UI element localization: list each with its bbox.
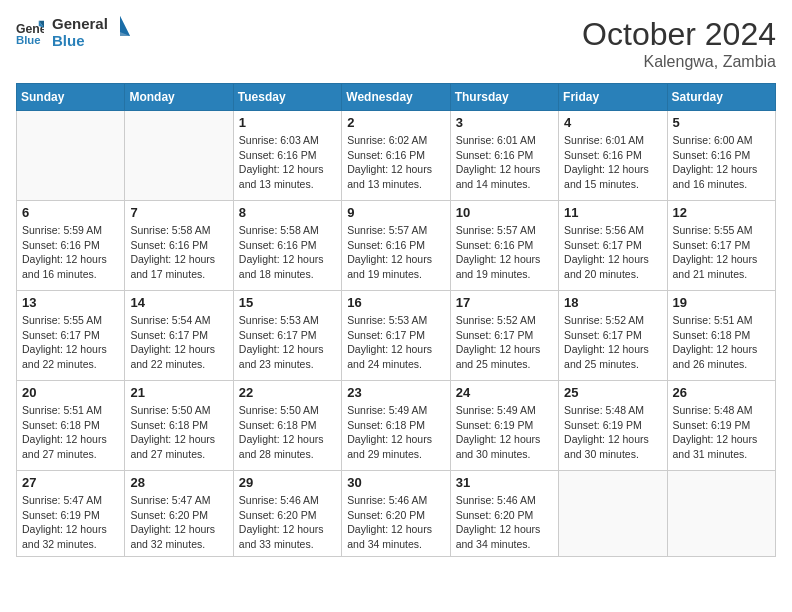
day-cell-2: 2Sunrise: 6:02 AM Sunset: 6:16 PM Daylig… xyxy=(342,111,450,201)
day-cell-14: 14Sunrise: 5:54 AM Sunset: 6:17 PM Dayli… xyxy=(125,291,233,381)
day-info: Sunrise: 5:57 AM Sunset: 6:16 PM Dayligh… xyxy=(347,223,444,282)
day-cell-8: 8Sunrise: 5:58 AM Sunset: 6:16 PM Daylig… xyxy=(233,201,341,291)
day-number: 20 xyxy=(22,385,119,400)
weekday-header-sunday: Sunday xyxy=(17,84,125,111)
week-row-4: 20Sunrise: 5:51 AM Sunset: 6:18 PM Dayli… xyxy=(17,381,776,471)
day-info: Sunrise: 5:55 AM Sunset: 6:17 PM Dayligh… xyxy=(22,313,119,372)
day-number: 16 xyxy=(347,295,444,310)
day-number: 14 xyxy=(130,295,227,310)
day-cell-21: 21Sunrise: 5:50 AM Sunset: 6:18 PM Dayli… xyxy=(125,381,233,471)
day-cell-18: 18Sunrise: 5:52 AM Sunset: 6:17 PM Dayli… xyxy=(559,291,667,381)
day-cell-16: 16Sunrise: 5:53 AM Sunset: 6:17 PM Dayli… xyxy=(342,291,450,381)
day-cell-11: 11Sunrise: 5:56 AM Sunset: 6:17 PM Dayli… xyxy=(559,201,667,291)
page-header: General Blue General Blue October 2024 K… xyxy=(16,16,776,71)
day-info: Sunrise: 6:02 AM Sunset: 6:16 PM Dayligh… xyxy=(347,133,444,192)
day-number: 10 xyxy=(456,205,553,220)
day-number: 19 xyxy=(673,295,770,310)
day-number: 26 xyxy=(673,385,770,400)
day-cell-13: 13Sunrise: 5:55 AM Sunset: 6:17 PM Dayli… xyxy=(17,291,125,381)
day-number: 7 xyxy=(130,205,227,220)
day-cell-1: 1Sunrise: 6:03 AM Sunset: 6:16 PM Daylig… xyxy=(233,111,341,201)
day-number: 4 xyxy=(564,115,661,130)
day-number: 29 xyxy=(239,475,336,490)
day-cell-26: 26Sunrise: 5:48 AM Sunset: 6:19 PM Dayli… xyxy=(667,381,775,471)
weekday-header-row: SundayMondayTuesdayWednesdayThursdayFrid… xyxy=(17,84,776,111)
calendar-table: SundayMondayTuesdayWednesdayThursdayFrid… xyxy=(16,83,776,557)
day-info: Sunrise: 5:55 AM Sunset: 6:17 PM Dayligh… xyxy=(673,223,770,282)
day-info: Sunrise: 5:58 AM Sunset: 6:16 PM Dayligh… xyxy=(130,223,227,282)
day-number: 12 xyxy=(673,205,770,220)
day-info: Sunrise: 5:51 AM Sunset: 6:18 PM Dayligh… xyxy=(22,403,119,462)
day-number: 15 xyxy=(239,295,336,310)
day-info: Sunrise: 5:48 AM Sunset: 6:19 PM Dayligh… xyxy=(564,403,661,462)
day-number: 2 xyxy=(347,115,444,130)
day-info: Sunrise: 5:47 AM Sunset: 6:20 PM Dayligh… xyxy=(130,493,227,552)
logo-sail-icon xyxy=(110,16,130,46)
weekday-header-wednesday: Wednesday xyxy=(342,84,450,111)
day-info: Sunrise: 5:58 AM Sunset: 6:16 PM Dayligh… xyxy=(239,223,336,282)
day-number: 25 xyxy=(564,385,661,400)
day-cell-24: 24Sunrise: 5:49 AM Sunset: 6:19 PM Dayli… xyxy=(450,381,558,471)
day-info: Sunrise: 5:54 AM Sunset: 6:17 PM Dayligh… xyxy=(130,313,227,372)
day-number: 11 xyxy=(564,205,661,220)
logo-icon: General Blue xyxy=(16,19,44,47)
empty-cell xyxy=(559,471,667,557)
day-cell-17: 17Sunrise: 5:52 AM Sunset: 6:17 PM Dayli… xyxy=(450,291,558,381)
day-info: Sunrise: 5:50 AM Sunset: 6:18 PM Dayligh… xyxy=(130,403,227,462)
day-info: Sunrise: 5:56 AM Sunset: 6:17 PM Dayligh… xyxy=(564,223,661,282)
day-number: 13 xyxy=(22,295,119,310)
day-info: Sunrise: 5:48 AM Sunset: 6:19 PM Dayligh… xyxy=(673,403,770,462)
day-number: 24 xyxy=(456,385,553,400)
logo: General Blue General Blue xyxy=(16,16,130,49)
day-cell-19: 19Sunrise: 5:51 AM Sunset: 6:18 PM Dayli… xyxy=(667,291,775,381)
day-number: 21 xyxy=(130,385,227,400)
day-info: Sunrise: 5:53 AM Sunset: 6:17 PM Dayligh… xyxy=(347,313,444,372)
day-cell-5: 5Sunrise: 6:00 AM Sunset: 6:16 PM Daylig… xyxy=(667,111,775,201)
day-number: 28 xyxy=(130,475,227,490)
day-cell-29: 29Sunrise: 5:46 AM Sunset: 6:20 PM Dayli… xyxy=(233,471,341,557)
day-info: Sunrise: 5:50 AM Sunset: 6:18 PM Dayligh… xyxy=(239,403,336,462)
weekday-header-monday: Monday xyxy=(125,84,233,111)
empty-cell xyxy=(125,111,233,201)
day-number: 31 xyxy=(456,475,553,490)
location-title: Kalengwa, Zambia xyxy=(582,53,776,71)
day-info: Sunrise: 5:51 AM Sunset: 6:18 PM Dayligh… xyxy=(673,313,770,372)
day-info: Sunrise: 5:46 AM Sunset: 6:20 PM Dayligh… xyxy=(347,493,444,552)
calendar-title-area: October 2024 Kalengwa, Zambia xyxy=(582,16,776,71)
day-cell-15: 15Sunrise: 5:53 AM Sunset: 6:17 PM Dayli… xyxy=(233,291,341,381)
svg-marker-5 xyxy=(120,16,130,36)
day-cell-7: 7Sunrise: 5:58 AM Sunset: 6:16 PM Daylig… xyxy=(125,201,233,291)
day-info: Sunrise: 6:01 AM Sunset: 6:16 PM Dayligh… xyxy=(456,133,553,192)
calendar-body: 1Sunrise: 6:03 AM Sunset: 6:16 PM Daylig… xyxy=(17,111,776,557)
day-info: Sunrise: 5:53 AM Sunset: 6:17 PM Dayligh… xyxy=(239,313,336,372)
month-title: October 2024 xyxy=(582,16,776,53)
day-cell-25: 25Sunrise: 5:48 AM Sunset: 6:19 PM Dayli… xyxy=(559,381,667,471)
weekday-header-friday: Friday xyxy=(559,84,667,111)
day-cell-22: 22Sunrise: 5:50 AM Sunset: 6:18 PM Dayli… xyxy=(233,381,341,471)
day-cell-4: 4Sunrise: 6:01 AM Sunset: 6:16 PM Daylig… xyxy=(559,111,667,201)
day-number: 3 xyxy=(456,115,553,130)
day-cell-3: 3Sunrise: 6:01 AM Sunset: 6:16 PM Daylig… xyxy=(450,111,558,201)
day-number: 27 xyxy=(22,475,119,490)
day-info: Sunrise: 5:49 AM Sunset: 6:19 PM Dayligh… xyxy=(456,403,553,462)
logo-text-blue: Blue xyxy=(52,33,108,50)
day-cell-30: 30Sunrise: 5:46 AM Sunset: 6:20 PM Dayli… xyxy=(342,471,450,557)
weekday-header-thursday: Thursday xyxy=(450,84,558,111)
day-number: 22 xyxy=(239,385,336,400)
day-number: 18 xyxy=(564,295,661,310)
day-info: Sunrise: 5:46 AM Sunset: 6:20 PM Dayligh… xyxy=(239,493,336,552)
day-cell-6: 6Sunrise: 5:59 AM Sunset: 6:16 PM Daylig… xyxy=(17,201,125,291)
day-number: 9 xyxy=(347,205,444,220)
day-number: 30 xyxy=(347,475,444,490)
day-info: Sunrise: 5:59 AM Sunset: 6:16 PM Dayligh… xyxy=(22,223,119,282)
day-number: 8 xyxy=(239,205,336,220)
day-cell-20: 20Sunrise: 5:51 AM Sunset: 6:18 PM Dayli… xyxy=(17,381,125,471)
day-info: Sunrise: 5:46 AM Sunset: 6:20 PM Dayligh… xyxy=(456,493,553,552)
day-cell-27: 27Sunrise: 5:47 AM Sunset: 6:19 PM Dayli… xyxy=(17,471,125,557)
day-cell-9: 9Sunrise: 5:57 AM Sunset: 6:16 PM Daylig… xyxy=(342,201,450,291)
day-number: 23 xyxy=(347,385,444,400)
day-cell-31: 31Sunrise: 5:46 AM Sunset: 6:20 PM Dayli… xyxy=(450,471,558,557)
day-number: 5 xyxy=(673,115,770,130)
day-number: 6 xyxy=(22,205,119,220)
logo-text-general: General xyxy=(52,16,108,33)
